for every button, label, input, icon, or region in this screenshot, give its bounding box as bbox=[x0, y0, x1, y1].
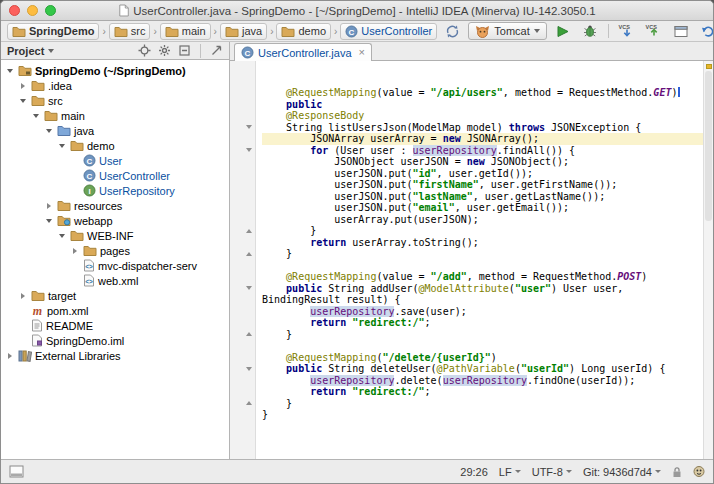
tree-item-usercontroller[interactable]: CUserController bbox=[1, 168, 229, 183]
changes-view-button[interactable] bbox=[670, 22, 692, 41]
collapse-arrow-icon[interactable] bbox=[31, 111, 41, 121]
expand-arrow-icon[interactable] bbox=[70, 246, 80, 256]
chevron-down-icon bbox=[566, 470, 572, 473]
close-window-button[interactable] bbox=[9, 5, 20, 16]
vcs-update-button[interactable]: VCS bbox=[616, 22, 638, 41]
chevron-down-icon bbox=[534, 29, 540, 33]
editor-gutter[interactable] bbox=[230, 61, 256, 459]
svg-text:<>: <> bbox=[85, 263, 93, 270]
tree-item-web-inf[interactable]: WEB-INF bbox=[1, 228, 229, 243]
breadcrumb-separator: › bbox=[152, 26, 157, 37]
collapse-arrow-icon[interactable] bbox=[44, 126, 54, 136]
tree-item-pom-xml[interactable]: mpom.xml bbox=[1, 303, 229, 318]
chevron-down-icon bbox=[515, 470, 521, 473]
tree-indent bbox=[70, 276, 80, 286]
tree-indent bbox=[70, 261, 80, 271]
tree-item-label: User bbox=[99, 155, 122, 167]
expand-arrow-icon[interactable] bbox=[18, 81, 28, 91]
fold-marker-icon[interactable] bbox=[246, 401, 252, 405]
locate-icon[interactable] bbox=[138, 44, 151, 57]
tree-item-readme[interactable]: README bbox=[1, 318, 229, 333]
tree-item-mvc-dispatcher-serv[interactable]: <>mvc-dispatcher-serv bbox=[1, 258, 229, 273]
zoom-window-button[interactable] bbox=[45, 5, 56, 16]
gutter-line bbox=[230, 271, 255, 283]
fold-marker-icon[interactable] bbox=[246, 148, 252, 152]
fold-marker-icon[interactable] bbox=[246, 286, 252, 290]
synchronize-button[interactable] bbox=[441, 22, 463, 41]
tree-item-java[interactable]: java bbox=[1, 123, 229, 138]
fold-marker-icon[interactable] bbox=[246, 125, 252, 129]
hide-panel-icon[interactable] bbox=[210, 44, 223, 57]
collapse-arrow-icon[interactable] bbox=[57, 141, 67, 151]
editor-scrollbar[interactable] bbox=[703, 61, 713, 459]
code-area[interactable]: @RequestMapping(value = "/api/users", me… bbox=[256, 61, 703, 459]
tree-item-target[interactable]: target bbox=[1, 288, 229, 303]
fold-marker-icon[interactable] bbox=[246, 367, 252, 371]
tree-item-label: WEB-INF bbox=[87, 230, 133, 242]
line-separator-widget[interactable]: LF bbox=[499, 466, 521, 478]
tree-item-resources[interactable]: resources bbox=[1, 198, 229, 213]
tree-item--idea[interactable]: .idea bbox=[1, 78, 229, 93]
code-line: public bbox=[262, 99, 703, 111]
gutter-line bbox=[230, 225, 255, 237]
editor-tab-usercontroller[interactable]: C UserController.java × bbox=[234, 43, 372, 61]
folder-icon bbox=[83, 244, 97, 257]
tree-item-web-xml[interactable]: <>web.xml bbox=[1, 273, 229, 288]
breadcrumb-springdemo[interactable]: SpringDemo bbox=[7, 23, 99, 40]
fold-marker-icon[interactable] bbox=[246, 229, 252, 233]
tree-indent bbox=[18, 321, 28, 331]
breadcrumb-java[interactable]: java bbox=[220, 23, 267, 40]
tree-item-main[interactable]: main bbox=[1, 108, 229, 123]
code-editor[interactable]: @RequestMapping(value = "/api/users", me… bbox=[230, 61, 713, 459]
run-button[interactable] bbox=[552, 22, 574, 41]
code-line: return "redirect:/"; bbox=[262, 386, 703, 398]
warning-stripe-marker[interactable] bbox=[706, 64, 712, 69]
collapse-arrow-icon[interactable] bbox=[5, 66, 15, 76]
run-configuration-select[interactable]: Tomcat bbox=[468, 22, 546, 40]
project-tool-window: Project bbox=[1, 42, 229, 459]
expand-arrow-icon[interactable] bbox=[44, 201, 54, 211]
folder-icon bbox=[70, 229, 84, 242]
collapse-arrow-icon[interactable] bbox=[57, 231, 67, 241]
expand-arrow-icon[interactable] bbox=[5, 351, 15, 361]
tree-item-springdemo-iml[interactable]: SpringDemo.iml bbox=[1, 333, 229, 348]
tree-item-pages[interactable]: pages bbox=[1, 243, 229, 258]
vcs-commit-button[interactable]: VCS bbox=[643, 22, 665, 41]
breadcrumb-usercontroller[interactable]: CUserController bbox=[340, 23, 437, 40]
tree-item-src[interactable]: src bbox=[1, 93, 229, 108]
tree-item-demo[interactable]: demo bbox=[1, 138, 229, 153]
fold-marker-icon[interactable] bbox=[246, 252, 252, 256]
breadcrumb-main[interactable]: main bbox=[160, 23, 211, 40]
caret-position-widget[interactable]: 29:26 bbox=[460, 466, 488, 478]
tree-item-webapp[interactable]: webapp bbox=[1, 213, 229, 228]
gutter-line bbox=[230, 248, 255, 260]
breadcrumb-src[interactable]: src bbox=[109, 23, 151, 40]
title-bar: UserController.java - SpringDemo - [~/Sp… bbox=[1, 1, 713, 21]
vcs-branch-widget[interactable]: Git: 9436d7d4 bbox=[583, 466, 661, 478]
minimize-window-button[interactable] bbox=[27, 5, 38, 16]
collapse-all-icon[interactable] bbox=[178, 44, 191, 57]
collapse-arrow-icon[interactable] bbox=[18, 96, 28, 106]
tree-item-springdemo[interactable]: SpringDemo (~/SpringDemo) bbox=[1, 63, 229, 78]
expand-arrow-icon[interactable] bbox=[18, 291, 28, 301]
lock-icon[interactable] bbox=[672, 466, 682, 478]
hector-inspector-icon[interactable] bbox=[693, 465, 705, 478]
breadcrumb-label: UserController bbox=[361, 25, 432, 37]
folder-icon bbox=[31, 289, 45, 302]
debug-button[interactable] bbox=[579, 22, 601, 41]
rollback-button[interactable] bbox=[697, 22, 714, 41]
folder-icon bbox=[12, 25, 26, 38]
breadcrumb-demo[interactable]: demo bbox=[276, 23, 331, 40]
toolwindow-toggle-icon[interactable] bbox=[9, 465, 24, 478]
fold-marker-icon[interactable] bbox=[246, 332, 252, 336]
settings-gear-icon[interactable] bbox=[158, 44, 171, 57]
close-tab-icon[interactable]: × bbox=[359, 47, 365, 58]
encoding-widget[interactable]: UTF-8 bbox=[532, 466, 572, 478]
tree-item-userrepository[interactable]: IUserRepository bbox=[1, 183, 229, 198]
tree-item-external-libraries[interactable]: External Libraries bbox=[1, 348, 229, 363]
tree-item-user[interactable]: CUser bbox=[1, 153, 229, 168]
gutter-line bbox=[230, 179, 255, 191]
scrollbar-thumb[interactable] bbox=[705, 71, 712, 221]
project-view-select[interactable]: Project bbox=[7, 45, 54, 57]
collapse-arrow-icon[interactable] bbox=[44, 216, 54, 226]
